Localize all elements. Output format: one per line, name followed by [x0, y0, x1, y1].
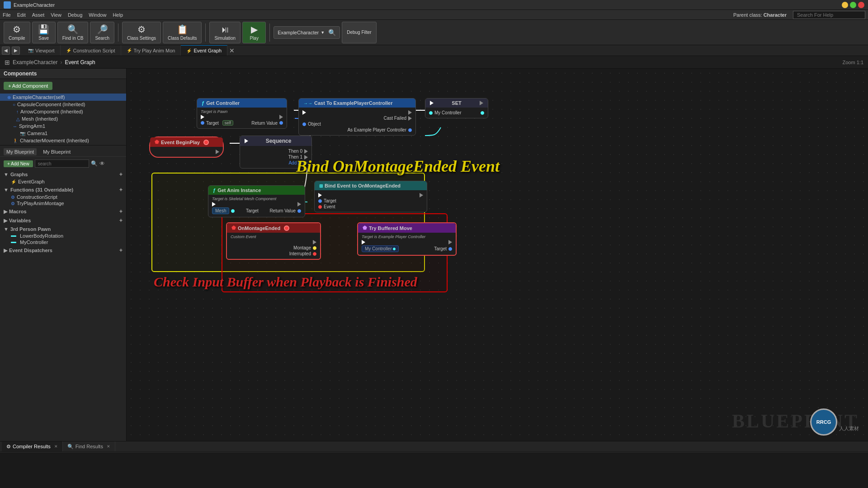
- example-character-dropdown[interactable]: ExampleCharacter ▼ 🔍: [274, 26, 340, 39]
- comp-item-mesh[interactable]: △ Mesh (Inherited): [0, 115, 126, 122]
- comp-item-camera[interactable]: 📷 Camera1: [0, 130, 126, 137]
- close-button[interactable]: [858, 2, 864, 8]
- find-results-tab[interactable]: 🔍 Find Results ✕: [63, 441, 115, 451]
- menu-window[interactable]: Window: [89, 12, 106, 18]
- bp-my-controller-item[interactable]: MyController: [0, 239, 126, 245]
- mybp-search-input[interactable]: [35, 160, 89, 168]
- try-buffered-header: ⬟ Try Buffered Move: [358, 223, 456, 233]
- compiler-results-tab[interactable]: ⚙ Compiler Results ✕: [2, 441, 63, 451]
- comp-item-capsule[interactable]: ○ CapsuleComponent (Inherited): [0, 101, 126, 108]
- tab-close-icon[interactable]: ✕: [229, 47, 235, 54]
- find-in-cb-button[interactable]: 🔍 Find in CB: [57, 22, 89, 43]
- mesh-icon: △: [16, 117, 20, 122]
- get-controller-body: Target is Pawn Target self Return Value: [197, 108, 287, 128]
- search-icon: 🔎: [97, 24, 108, 35]
- try-buffered-title: Try Buffered Move: [369, 225, 412, 231]
- app-icon: [4, 1, 11, 9]
- bp-construction-script-item[interactable]: ⚙ ConstructionScript: [0, 194, 126, 200]
- tab-event-graph[interactable]: ⚡ Event Graph: [181, 45, 227, 56]
- search-button[interactable]: 🔎 Search: [90, 22, 114, 43]
- set-exec-out: [480, 101, 483, 105]
- find-results-label: Find Results: [75, 444, 103, 449]
- save-button[interactable]: 💾 Save: [32, 22, 56, 43]
- add-macro-button[interactable]: +: [119, 208, 123, 215]
- class-settings-button[interactable]: ⚙ Class Settings: [122, 22, 161, 43]
- add-dispatcher-button[interactable]: +: [119, 247, 123, 253]
- bp-event-graph-item[interactable]: ⚡ EventGraph: [0, 178, 126, 185]
- my-blueprint-panel: My Blueprint My Blueprint + Add New 🔍 👁 …: [0, 145, 126, 257]
- mybp-tab-1[interactable]: My Blueprint: [4, 148, 37, 155]
- cast-to-example-node[interactable]: →→ Cast To ExamplePlayerController Cast …: [298, 98, 416, 136]
- bp-lower-body-rotation-item[interactable]: LowerBodyRotation: [0, 233, 126, 239]
- search-anim-icon[interactable]: 🔍: [328, 29, 336, 36]
- compile-icon: ⚙: [13, 24, 21, 35]
- nav-forward-button[interactable]: ▶: [12, 47, 20, 55]
- bind-event-header: ⊞ Bind Event to OnMontageEnded: [315, 181, 427, 190]
- menu-view[interactable]: View: [51, 12, 61, 18]
- macros-section-header[interactable]: ▶ Macros +: [0, 207, 126, 216]
- add-function-button[interactable]: +: [119, 187, 123, 193]
- graph-canvas[interactable]: ƒ Get Controller Target is Pawn Target s…: [127, 69, 868, 441]
- interrupted-row: Interrupted: [231, 251, 316, 256]
- seq-then0-row: Then 0: [244, 149, 308, 154]
- cast-icon: →→: [303, 101, 312, 106]
- search-for-help-input[interactable]: [793, 11, 865, 19]
- sequence-header: Sequence: [240, 136, 311, 146]
- add-component-button[interactable]: + Add Component: [4, 82, 52, 90]
- set-node[interactable]: SET My Controller: [425, 98, 488, 118]
- maximize-button[interactable]: [850, 2, 856, 8]
- window-title: ExampleCharacter: [14, 2, 55, 8]
- bind-montage-annotation: Bind OnMontageEnded Event: [296, 157, 500, 176]
- class-defaults-button[interactable]: 📋 Class Defaults: [163, 22, 202, 43]
- bp-try-play-item[interactable]: ⚙ TryPlayAnimMontage: [0, 200, 126, 206]
- add-graph-button[interactable]: +: [119, 171, 123, 178]
- mybp-tab-2[interactable]: My Blueprint: [40, 148, 73, 155]
- comp-item-character-movement[interactable]: 🚶 CharacterMovement (Inherited): [0, 137, 126, 144]
- bp-section-macros: ▶ Macros +: [0, 207, 126, 216]
- exec-out-arrow: [279, 115, 283, 119]
- function-icon: ƒ: [202, 100, 204, 106]
- simulation-button[interactable]: ⏯ Simulation: [209, 22, 241, 43]
- comp-item-example-character[interactable]: ⊕ ExampleCharacter(self): [0, 94, 126, 101]
- tab-construction-script[interactable]: ⚡ Construction Script: [61, 45, 121, 56]
- debug-filter-button[interactable]: Debug Filter: [342, 22, 376, 43]
- 3rd-person-section-header[interactable]: ▼ 3rd Person Pawn: [0, 225, 126, 233]
- bind-target-pin: [318, 199, 322, 203]
- tab-try-play-anim[interactable]: ⚡ Try Play Anim Mon: [121, 45, 181, 56]
- tab-viewport[interactable]: 📷 Viewport: [23, 45, 61, 56]
- menu-help[interactable]: Help: [113, 12, 123, 18]
- on-montage-ended-node[interactable]: ⬟ OnMontageEnded Custom Event Montage In…: [226, 222, 321, 260]
- graphs-section-header[interactable]: ▼ Graphs +: [0, 170, 126, 178]
- sequence-title: Sequence: [250, 138, 307, 144]
- get-controller-node[interactable]: ƒ Get Controller Target is Pawn Target s…: [197, 98, 287, 129]
- event-dispatchers-header[interactable]: ▶ Event Dispatchers +: [0, 246, 126, 254]
- play-button[interactable]: ▶ Play: [242, 22, 266, 43]
- montage-ended-body: Custom Event Montage Interrupted: [227, 233, 320, 259]
- menu-file[interactable]: File: [3, 12, 11, 18]
- menu-asset[interactable]: Asset: [32, 12, 45, 18]
- compile-button[interactable]: ⚙ Compile: [4, 22, 30, 43]
- eye-icon[interactable]: 👁: [99, 160, 105, 167]
- compiler-tab-close-icon[interactable]: ✕: [54, 444, 58, 449]
- try-controller-row: My Controller Target: [362, 245, 452, 252]
- get-anim-instance-node[interactable]: ƒ Get Anim Instance Target is Skeletal M…: [208, 185, 305, 217]
- comp-item-arrow[interactable]: ↑ ArrowComponent (Inherited): [0, 108, 126, 115]
- try-exec-in: [362, 240, 365, 244]
- try-buffered-move-node[interactable]: ⬟ Try Buffered Move Target is Example Pl…: [357, 222, 457, 256]
- minimize-button[interactable]: [842, 2, 848, 8]
- search-icon[interactable]: 🔍: [91, 160, 98, 167]
- nav-back-button[interactable]: ◀: [2, 47, 10, 55]
- comp-item-spring-arm[interactable]: ↔ SpringArm1: [0, 122, 126, 130]
- try-icon: ⬟: [363, 225, 367, 231]
- menu-debug[interactable]: Debug: [68, 12, 82, 18]
- event-begin-play-node[interactable]: ⬟ Event BeginPlay: [149, 136, 224, 158]
- functions-section-header[interactable]: ▼ Functions (31 Overridable) +: [0, 186, 126, 194]
- simulation-icon: ⏯: [221, 24, 230, 35]
- add-new-button[interactable]: + Add New: [4, 160, 33, 167]
- add-variable-button[interactable]: +: [119, 217, 123, 224]
- find-tab-close-icon[interactable]: ✕: [107, 444, 110, 449]
- bind-target-row: Target: [318, 198, 423, 203]
- menu-edit[interactable]: Edit: [17, 12, 26, 18]
- variables-section-header[interactable]: ▶ Variables +: [0, 216, 126, 225]
- bind-event-node[interactable]: ⊞ Bind Event to OnMontageEnded Target Ev…: [314, 181, 427, 212]
